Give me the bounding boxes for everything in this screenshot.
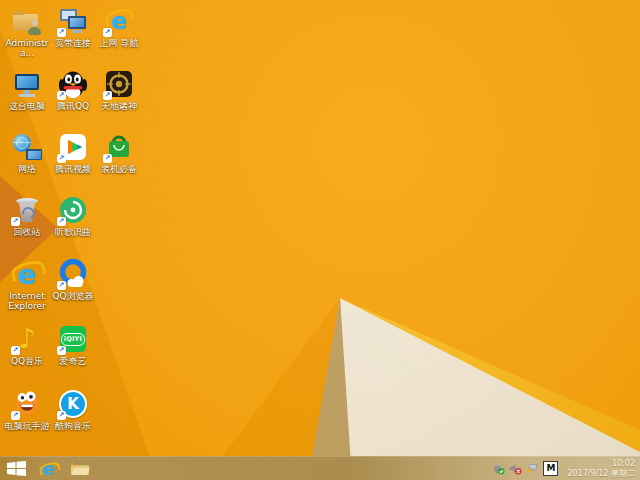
start-button[interactable]	[0, 457, 32, 480]
icon-label: 网络	[4, 164, 50, 174]
icon-label: QQ浏览器	[50, 291, 96, 301]
iqiyi-logo-icon: iQIYI ↗	[57, 323, 89, 355]
system-tray: M 10:02 2017/9/12 星期二	[492, 459, 640, 478]
monster-face-icon: ↗	[11, 388, 43, 420]
shopping-bag-icon: ↗	[103, 131, 135, 163]
icon-label: 听歌识曲	[50, 227, 96, 237]
taskbar-file-explorer-button[interactable]	[64, 457, 96, 480]
shortcut-arrow-icon: ↗	[57, 411, 66, 420]
shortcut-arrow-icon: ↗	[57, 217, 66, 226]
ie-e-icon: e	[11, 258, 43, 290]
computer-icon	[11, 68, 43, 100]
desktop-icon-qq-browser[interactable]: ↗ QQ浏览器	[50, 258, 96, 301]
desktop-icon-tencent-qq[interactable]: ↗ 腾讯QQ	[50, 68, 96, 111]
icon-label: 天地诸神	[96, 101, 142, 111]
icon-label: QQ音乐	[4, 356, 50, 366]
kugou-k-icon: K ↗	[57, 388, 89, 420]
play-logo-icon: ↗	[57, 131, 89, 163]
icon-label: 腾讯QQ	[50, 101, 96, 111]
safely-remove-hardware-icon[interactable]	[492, 463, 505, 475]
input-method-indicator[interactable]: M	[543, 461, 558, 476]
desktop-icon-web-navigation[interactable]: e ↗ 上网 导航	[96, 5, 142, 48]
desktop-icon-administrator-folder[interactable]: Administra...	[4, 5, 50, 58]
taskbar-clock[interactable]: 10:02 2017/9/12 星期二	[567, 459, 635, 478]
volume-muted-icon[interactable]	[509, 463, 522, 475]
music-swirl-icon: ↗	[57, 194, 89, 226]
desktop-icon-essential-apps[interactable]: ↗ 装机必备	[96, 131, 142, 174]
ie-e-icon: e	[37, 459, 59, 479]
globe-network-icon	[11, 131, 43, 163]
icon-label: Administra...	[4, 38, 50, 58]
desktop-icon-recycle-bin[interactable]: ↗ 回收站	[4, 194, 50, 237]
taskbar-internet-explorer-button[interactable]: e	[32, 457, 64, 480]
icon-label: 电脑玩手游	[4, 421, 50, 431]
desktop-icon-internet-explorer[interactable]: e Internet Explorer	[4, 258, 50, 311]
windows-logo-icon	[7, 461, 26, 476]
desktop-icon-qq-music[interactable]: ♪ ↗ QQ音乐	[4, 323, 50, 366]
desktop[interactable]: Administra... ↗ 宽带连接 e ↗ 上网 导航 这台电脑	[0, 0, 640, 480]
taskbar: e	[0, 456, 640, 480]
recycle-bin-icon: ↗	[11, 194, 43, 226]
dual-monitor-icon: ↗	[57, 5, 89, 37]
shortcut-arrow-icon: ↗	[57, 281, 66, 290]
game-emblem-icon: ↗	[103, 68, 135, 100]
shortcut-arrow-icon: ↗	[57, 28, 66, 37]
shortcut-arrow-icon: ↗	[57, 346, 66, 355]
icon-label: Internet Explorer	[4, 291, 50, 311]
icon-label: 这台电脑	[4, 101, 50, 111]
shortcut-arrow-icon: ↗	[11, 346, 20, 355]
icon-label: 爱奇艺	[50, 356, 96, 366]
desktop-icon-broadband-connection[interactable]: ↗ 宽带连接	[50, 5, 96, 48]
shortcut-arrow-icon: ↗	[103, 91, 112, 100]
ie-e-icon: e ↗	[103, 5, 135, 37]
icon-label: 酷狗音乐	[50, 421, 96, 431]
icon-label: 腾讯视频	[50, 164, 96, 174]
desktop-icon-pc-play-mobile-games[interactable]: ↗ 电脑玩手游	[4, 388, 50, 431]
desktop-icon-network[interactable]: 网络	[4, 131, 50, 174]
icon-label: 上网 导航	[96, 38, 142, 48]
music-note-icon: ♪ ↗	[11, 323, 43, 355]
shortcut-arrow-icon: ↗	[103, 28, 112, 37]
icon-label: 宽带连接	[50, 38, 96, 48]
desktop-icon-tencent-video[interactable]: ↗ 腾讯视频	[50, 131, 96, 174]
icon-label: 回收站	[4, 227, 50, 237]
shortcut-arrow-icon: ↗	[57, 154, 66, 163]
clock-date: 2017/9/12 星期二	[567, 469, 635, 479]
shortcut-arrow-icon: ↗	[11, 411, 20, 420]
shortcut-arrow-icon: ↗	[11, 217, 20, 226]
blue-ring-cloud-icon: ↗	[57, 258, 89, 290]
network-warning-icon[interactable]	[526, 463, 539, 475]
shortcut-arrow-icon: ↗	[57, 91, 66, 100]
folder-icon	[70, 461, 90, 476]
desktop-icon-iqiyi[interactable]: iQIYI ↗ 爱奇艺	[50, 323, 96, 366]
user-folder-icon	[11, 5, 43, 37]
desktop-icon-this-pc[interactable]: 这台电脑	[4, 68, 50, 111]
desktop-icon-song-recognition[interactable]: ↗ 听歌识曲	[50, 194, 96, 237]
desktop-icon-kugou-music[interactable]: K ↗ 酷狗音乐	[50, 388, 96, 431]
icon-label: 装机必备	[96, 164, 142, 174]
qq-penguin-icon: ↗	[57, 68, 89, 100]
desktop-icon-game-tiandizhushen[interactable]: ↗ 天地诸神	[96, 68, 142, 111]
shortcut-arrow-icon: ↗	[103, 154, 112, 163]
clock-time: 10:02	[567, 459, 635, 469]
